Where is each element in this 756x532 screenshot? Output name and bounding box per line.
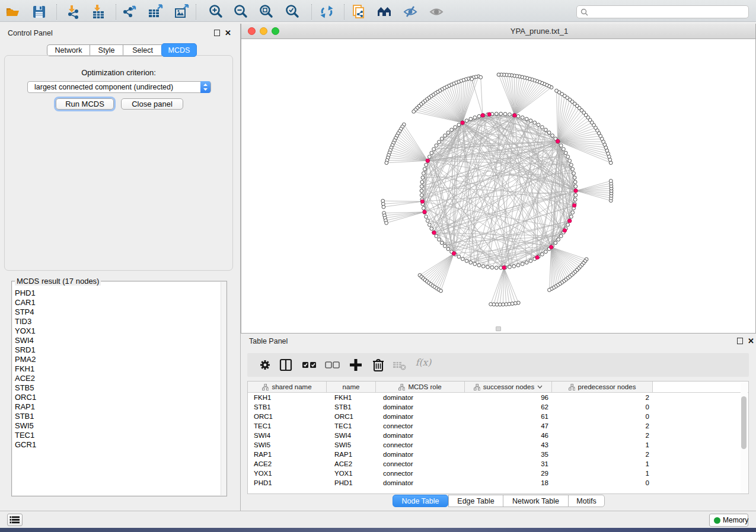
select-all-button[interactable]: [301, 357, 318, 373]
table-cell[interactable]: dominator: [376, 431, 465, 440]
table-cell[interactable]: 2: [552, 393, 653, 402]
table-cell[interactable]: SWI4: [248, 431, 327, 440]
table-row[interactable]: SWI4SWI4dominator462: [248, 431, 749, 440]
canvas-scroll-nub[interactable]: [496, 326, 501, 331]
table-cell[interactable]: dominator: [376, 393, 465, 402]
zoom-in-button[interactable]: [208, 4, 225, 20]
table-row[interactable]: TEC1TEC1connector472: [248, 421, 749, 431]
table-cell[interactable]: 1: [552, 440, 653, 450]
run-mcds-button[interactable]: Run MCDS: [56, 98, 114, 110]
open-file-button[interactable]: [5, 4, 21, 20]
table-cell[interactable]: connector: [376, 421, 465, 431]
refresh-button[interactable]: [318, 4, 335, 20]
table-cell[interactable]: ORC1: [248, 412, 327, 421]
tab-network-table[interactable]: Network Table: [503, 495, 568, 507]
hide-glyph-button[interactable]: [403, 4, 419, 20]
tab-motifs[interactable]: Motifs: [568, 495, 605, 507]
save-button[interactable]: [31, 4, 47, 20]
copy-network-button[interactable]: [351, 4, 368, 20]
optimization-select[interactable]: largest connected component (undirected): [27, 81, 211, 93]
mcds-result-list[interactable]: PHD1CAR1STP4TID3YOX1SWI4SRD1PMA2FKH1ACE2…: [12, 282, 226, 495]
tab-mcds[interactable]: MCDS: [161, 43, 197, 57]
mcds-result-item[interactable]: RAP1: [12, 402, 226, 412]
table-cell[interactable]: SWI4: [327, 431, 376, 440]
table-cell[interactable]: SWI5: [327, 440, 376, 450]
mcds-list-scrollbar[interactable]: [221, 282, 226, 495]
table-cell[interactable]: 43: [465, 440, 552, 450]
table-cell[interactable]: ACE2: [248, 459, 327, 469]
network-titlebar[interactable]: YPA_prune.txt_1: [241, 24, 755, 39]
mcds-result-item[interactable]: SRD1: [12, 345, 226, 355]
close-panel-button[interactable]: Close panel: [121, 98, 183, 110]
table-row[interactable]: YOX1YOX1connector291: [248, 469, 749, 478]
tab-edge-table[interactable]: Edge Table: [448, 495, 503, 507]
network-canvas[interactable]: [241, 39, 755, 332]
table-cell[interactable]: connector: [376, 469, 465, 478]
tab-select[interactable]: Select: [123, 44, 162, 56]
mcds-result-item[interactable]: STB1: [12, 412, 226, 421]
table-cell[interactable]: PHD1: [327, 478, 376, 488]
export-image-button[interactable]: [174, 4, 190, 20]
table-float-icon[interactable]: [737, 338, 743, 344]
table-row[interactable]: SWI5SWI5connector431: [248, 440, 749, 450]
close-panel-icon[interactable]: ✕: [225, 30, 231, 36]
delete-button[interactable]: [370, 357, 387, 373]
show-glyph-button[interactable]: [429, 4, 445, 20]
table-cell[interactable]: dominator: [376, 478, 465, 488]
table-cell[interactable]: 18: [465, 478, 552, 488]
column-header-MCDS-role[interactable]: MCDS role: [376, 382, 465, 392]
tab-style[interactable]: Style: [90, 44, 123, 56]
mcds-result-item[interactable]: YOX1: [12, 326, 226, 336]
table-row[interactable]: ACE2ACE2connector311: [248, 459, 749, 469]
table-cell[interactable]: FKH1: [248, 393, 327, 402]
column-header-name[interactable]: name: [327, 382, 376, 392]
mcds-result-item[interactable]: ACE2: [12, 374, 226, 383]
table-cell[interactable]: RAP1: [248, 450, 327, 459]
table-cell[interactable]: TEC1: [327, 421, 376, 431]
float-panel-icon[interactable]: [214, 30, 220, 36]
table-row[interactable]: STB1STB1dominator620: [248, 402, 749, 412]
table-cell[interactable]: connector: [376, 440, 465, 450]
zoom-out-button[interactable]: [233, 4, 250, 20]
table-cell[interactable]: RAP1: [327, 450, 376, 459]
mcds-result-item[interactable]: GCR1: [12, 440, 226, 450]
function-builder-button[interactable]: f(x): [415, 357, 432, 373]
tab-network[interactable]: Network: [47, 44, 90, 56]
table-cell[interactable]: 0: [552, 402, 653, 412]
column-header-successor-nodes[interactable]: successor nodes: [465, 382, 552, 392]
table-cell[interactable]: SWI5: [248, 440, 327, 450]
table-close-icon[interactable]: ✕: [748, 338, 754, 344]
table-settings-button[interactable]: [257, 357, 273, 373]
table-cell[interactable]: 47: [465, 421, 552, 431]
table-cell[interactable]: 96: [465, 393, 552, 402]
table-header[interactable]: shared namenameMCDS rolesuccessor nodesp…: [248, 382, 748, 393]
import-network-button[interactable]: [65, 4, 81, 20]
export-network-button[interactable]: [121, 4, 138, 20]
export-table-button[interactable]: [147, 4, 164, 20]
table-cell[interactable]: 46: [465, 431, 552, 440]
mcds-result-item[interactable]: SWI5: [12, 421, 226, 431]
mcds-result-item[interactable]: ORC1: [12, 393, 226, 402]
mcds-result-item[interactable]: STP4: [12, 307, 226, 317]
table-cell[interactable]: connector: [376, 459, 465, 469]
table-cell[interactable]: 31: [465, 459, 552, 469]
table-row[interactable]: ORC1ORC1dominator610: [248, 412, 749, 421]
table-cell[interactable]: YOX1: [327, 469, 376, 478]
table-cell[interactable]: 0: [552, 412, 653, 421]
table-cell[interactable]: 35: [465, 450, 552, 459]
mcds-result-item[interactable]: TID3: [12, 317, 226, 326]
add-button[interactable]: [347, 357, 364, 373]
table-cell[interactable]: PHD1: [248, 478, 327, 488]
table-cell[interactable]: 2: [552, 421, 653, 431]
mcds-result-item[interactable]: FKH1: [12, 364, 226, 374]
table-cell[interactable]: STB1: [327, 402, 376, 412]
zoom-selected-button[interactable]: [285, 4, 301, 20]
table-cell[interactable]: dominator: [376, 412, 465, 421]
memory-button[interactable]: Memory: [709, 514, 748, 527]
table-cell[interactable]: 1: [552, 469, 653, 478]
mcds-result-item[interactable]: STB5: [12, 383, 226, 393]
zoom-fit-button[interactable]: [259, 4, 275, 20]
table-cell[interactable]: dominator: [376, 450, 465, 459]
tab-node-table[interactable]: Node Table: [393, 495, 448, 507]
column-header-predecessor-nodes[interactable]: predecessor nodes: [552, 382, 653, 392]
